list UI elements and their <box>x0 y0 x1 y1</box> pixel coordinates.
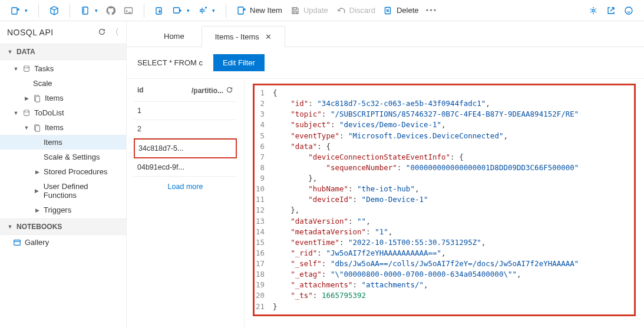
chevron-down-icon: ▾ <box>212 8 215 14</box>
sidebar-item-label: Items <box>45 123 64 132</box>
sidebar-item-todolist-items[interactable]: ▼ Items <box>0 120 126 135</box>
svg-rect-3 <box>156 8 161 14</box>
sidebar-item-scale[interactable]: Scale <box>0 76 126 91</box>
list-item-id: 34c818d7-5... <box>138 144 183 153</box>
svg-point-9 <box>625 7 632 14</box>
notebook-button[interactable]: ▾ <box>77 2 101 19</box>
github-button[interactable] <box>103 2 119 19</box>
terminal-icon <box>124 6 133 15</box>
line-gutter: 123456789101112131415161718192021 <box>256 88 268 312</box>
tab-items[interactable]: Items - Items ✕ <box>202 26 285 47</box>
new-sql-container-button[interactable]: ▾ <box>7 2 31 19</box>
add-container-button[interactable]: ▾ <box>169 2 193 19</box>
container-icon <box>33 94 41 102</box>
item-list: id /partitio... 1 2 34c818d7-5... 04b91e… <box>127 79 245 328</box>
gear-plus-icon <box>198 6 207 15</box>
refresh-icon[interactable] <box>98 28 106 38</box>
json-editor[interactable]: 123456789101112131415161718192021 { "id"… <box>245 79 644 328</box>
notebook-icon <box>81 6 90 15</box>
collapse-sidebar-icon[interactable]: 〈 <box>111 27 120 38</box>
database-icon <box>22 65 31 73</box>
col-partition: /partitio... <box>191 87 223 95</box>
sidebar-item-gallery[interactable]: Gallery <box>0 235 126 250</box>
sidebar-item-label: Items <box>45 94 64 102</box>
sidebar-item-label: Tasks <box>34 64 54 73</box>
tab-label: Home <box>164 32 184 41</box>
container-plus-icon <box>173 6 182 15</box>
section-data-label: DATA <box>16 48 35 56</box>
close-icon[interactable]: ✕ <box>265 32 272 41</box>
sidebar: NOSQL API 〈 ▼ DATA ▼ Tasks Scale <box>0 21 127 328</box>
list-item[interactable]: 34c818d7-5... <box>134 138 237 158</box>
section-data[interactable]: ▼ DATA <box>0 44 126 60</box>
undo-icon <box>336 6 346 15</box>
sidebar-item-label: Items <box>44 138 62 147</box>
main-area: NOSQL API 〈 ▼ DATA ▼ Tasks Scale <box>0 21 644 328</box>
update-button[interactable]: Update <box>287 2 332 19</box>
chevron-down-icon: ▼ <box>7 49 13 55</box>
sidebar-item-tasks[interactable]: ▼ Tasks <box>0 61 126 76</box>
settings-gear-button[interactable]: ▾ <box>194 2 219 19</box>
list-item[interactable]: 04b91ecd-9f... <box>134 158 237 177</box>
external-link-icon <box>606 6 616 15</box>
cube-button[interactable] <box>46 2 62 19</box>
more-button[interactable]: ••• <box>423 2 440 19</box>
container-icon <box>33 124 41 132</box>
list-item-id: 04b91ecd-9f... <box>137 163 184 171</box>
sidebar-item-todolist[interactable]: ▼ ToDoList <box>0 105 126 120</box>
svg-rect-4 <box>174 8 180 13</box>
list-item[interactable]: 1 <box>134 102 237 120</box>
section-notebooks[interactable]: ▼ NOTEBOOKS <box>0 218 126 235</box>
chevron-down-icon: ▼ <box>13 110 19 116</box>
chevron-down-icon: ▾ <box>25 8 28 14</box>
delete-button[interactable]: Delete <box>380 2 422 19</box>
sidebar-item-label: Scale & Settings <box>44 153 100 161</box>
terminal-button[interactable] <box>120 2 137 19</box>
sidebar-item-triggers[interactable]: ▶ Triggers <box>0 203 126 217</box>
edit-filter-button[interactable]: Edit Filter <box>213 54 265 71</box>
database-icon <box>22 109 31 117</box>
sidebar-item-items-leaf[interactable]: Items <box>0 135 126 150</box>
update-label: Update <box>303 6 328 15</box>
sidebar-item-udf[interactable]: ▶ User Defined Functions <box>0 179 126 203</box>
import-button[interactable] <box>151 2 168 19</box>
code-content[interactable]: { "id": "34c818d7-5c32-c063-ae5b-43f0944… <box>273 88 630 312</box>
sidebar-item-label: Scale <box>33 79 52 88</box>
filter-bar: SELECT * FROM c Edit Filter <box>127 47 644 78</box>
tabs: Home Items - Items ✕ <box>127 21 644 47</box>
sidebar-item-stored-procedures[interactable]: ▶ Stored Procedures <box>0 164 126 179</box>
svg-point-5 <box>201 9 203 12</box>
load-more-button[interactable]: Load more <box>134 177 237 197</box>
sidebar-item-label: Triggers <box>44 206 71 214</box>
sidebar-item-scale-settings[interactable]: Scale & Settings <box>0 150 126 164</box>
feedback-button[interactable] <box>620 2 637 19</box>
col-id: id <box>137 86 144 95</box>
api-title: NOSQL API <box>7 28 54 37</box>
open-external-button[interactable] <box>603 2 619 19</box>
sidebar-item-label: Gallery <box>25 238 49 247</box>
ellipsis-icon: ••• <box>427 6 436 15</box>
discard-label: Discard <box>349 6 375 15</box>
svg-rect-0 <box>12 8 17 14</box>
svg-rect-12 <box>35 96 39 102</box>
chevron-down-icon: ▼ <box>24 125 29 131</box>
sidebar-item-items[interactable]: ▶ Items <box>0 91 126 105</box>
settings-button[interactable] <box>585 2 602 19</box>
new-item-button[interactable]: New Item <box>233 2 286 19</box>
sidebar-item-label: ToDoList <box>34 108 64 117</box>
tab-home[interactable]: Home <box>150 25 198 47</box>
chevron-down-icon: ▾ <box>187 8 190 14</box>
chevron-down-icon: ▾ <box>95 8 98 14</box>
refresh-icon[interactable] <box>226 86 233 95</box>
save-icon <box>290 6 300 15</box>
delete-icon <box>384 6 393 15</box>
database-plus-icon <box>11 6 20 15</box>
gallery-icon <box>13 238 21 247</box>
smile-icon <box>624 6 633 15</box>
svg-rect-16 <box>14 240 21 245</box>
new-item-label: New Item <box>250 6 282 15</box>
query-text: SELECT * FROM c <box>137 58 203 67</box>
list-item[interactable]: 2 <box>134 120 237 138</box>
github-icon <box>106 6 115 15</box>
discard-button[interactable]: Discard <box>333 2 379 19</box>
